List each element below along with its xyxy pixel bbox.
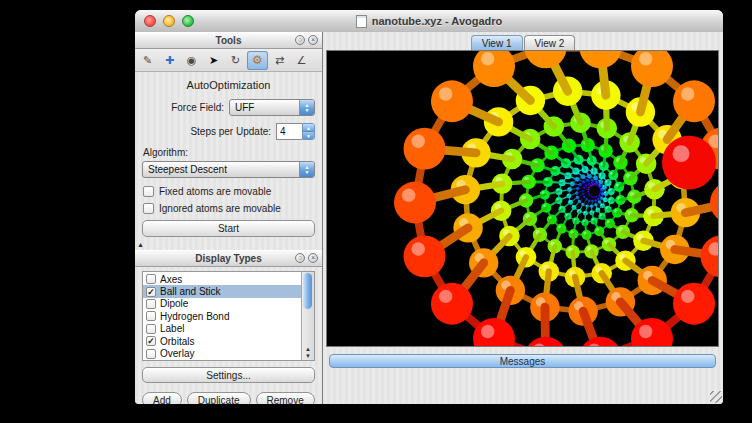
display-type-row-axes[interactable]: Axes <box>143 273 302 285</box>
auto-optimization-title: AutoOptimization <box>142 79 315 91</box>
settings-button[interactable]: Settings... <box>142 367 315 383</box>
row-label: Label <box>160 323 184 334</box>
ignored-atoms-movable-label: Ignored atoms are movable <box>159 203 281 214</box>
auto-optimize-tool-button[interactable]: ⚙ <box>247 51 268 70</box>
display-types-panel: ▲ Display Types ○ × Axes ✓Ball and Stick… <box>135 250 322 404</box>
messages-button[interactable]: Messages <box>329 354 716 368</box>
auto-rotate-tool-button[interactable]: ⇄ <box>269 51 290 70</box>
display-types-header[interactable]: Display Types ○ × <box>135 250 322 267</box>
combo-arrows-icon: ▲▼ <box>299 100 314 115</box>
steps-per-update-input[interactable] <box>276 123 302 140</box>
steps-per-update-label: Steps per Update: <box>190 126 271 137</box>
selection-tool-button[interactable]: ➤ <box>203 51 224 70</box>
tool-toolbar: ✎ ✚ ◉ ➤ ↻ ⚙ ⇄ ∠ <box>135 49 322 72</box>
window-titlebar[interactable]: nanotube.xyz - Avogadro <box>135 10 723 33</box>
display-type-row-overlay[interactable]: Overlay <box>143 347 302 359</box>
fixed-atoms-movable-label: Fixed atoms are movable <box>159 186 271 197</box>
display-types-buttons: ○ × <box>295 253 318 263</box>
duplicate-button[interactable]: Duplicate <box>187 392 251 404</box>
row-label: Ball and Stick <box>160 286 221 297</box>
display-types-title: Display Types <box>195 253 262 264</box>
orbitals-checkbox[interactable]: ✓ <box>146 336 156 346</box>
draw-tool-button[interactable]: ✎ <box>137 51 158 70</box>
scrollbar-arrows-icon[interactable]: ▲▼ <box>302 346 314 360</box>
ignored-atoms-movable-checkbox[interactable] <box>143 203 154 214</box>
tab-view-2[interactable]: View 2 <box>524 35 576 50</box>
combo-arrows-icon: ▲▼ <box>299 162 314 177</box>
display-type-row-hydrogen-bond[interactable]: Hydrogen Bond <box>143 310 302 322</box>
minimize-window-button[interactable] <box>163 15 175 27</box>
steps-per-update-spinner: ▲ ▼ <box>276 123 315 140</box>
draw-tool-icon: ✎ <box>143 54 152 67</box>
view-tabbar: View 1 View 2 <box>323 34 723 50</box>
desktop: { "window": { "title": "nanotube.xyz - A… <box>0 0 752 423</box>
tools-panel-buttons: ○ × <box>295 35 318 45</box>
axes-checkbox[interactable] <box>146 274 156 284</box>
navigate-tool-button[interactable]: ✚ <box>159 51 180 70</box>
auto-optimization-settings: AutoOptimization Force Field: UFF ▲▼ Ste… <box>135 72 322 241</box>
add-button[interactable]: Add <box>142 392 182 404</box>
tools-close-button[interactable]: × <box>308 35 318 45</box>
display-close-button[interactable]: × <box>308 253 318 263</box>
steps-stepper: ▲ ▼ <box>302 123 315 140</box>
tools-panel: Tools ○ × ✎ ✚ ◉ ➤ ↻ ⚙ ⇄ ∠ A <box>135 32 322 241</box>
manipulate-tool-button[interactable]: ↻ <box>225 51 246 70</box>
display-types-rows: Axes ✓Ball and Stick Dipole Hydrogen Bon… <box>143 273 302 360</box>
start-button[interactable]: Start <box>142 220 315 237</box>
display-actions-row: Add Duplicate Remove <box>142 392 315 404</box>
bond-centric-tool-button[interactable]: ◉ <box>181 51 202 70</box>
tools-float-button[interactable]: ○ <box>295 35 305 45</box>
close-window-button[interactable] <box>144 15 156 27</box>
fixed-atoms-movable-checkbox[interactable] <box>143 186 154 197</box>
display-type-row-label[interactable]: Label <box>143 323 302 335</box>
nanotube-render <box>327 51 718 346</box>
algorithm-select[interactable]: Steepest Descent ▲▼ <box>142 161 315 178</box>
scrollbar-thumb[interactable] <box>303 273 312 309</box>
collapse-arrow-icon[interactable]: ▲ <box>137 241 144 248</box>
dock-column: Tools ○ × ✎ ✚ ◉ ➤ ↻ ⚙ ⇄ ∠ A <box>135 32 323 404</box>
stepper-down-icon[interactable]: ▼ <box>303 131 314 139</box>
auto-rotate-tool-icon: ⇄ <box>275 54 284 67</box>
window-content: Tools ○ × ✎ ✚ ◉ ➤ ↻ ⚙ ⇄ ∠ A <box>135 32 723 404</box>
auto-optimize-tool-icon: ⚙ <box>252 53 263 67</box>
stepper-up-icon[interactable]: ▲ <box>303 124 314 131</box>
algorithm-value: Steepest Descent <box>143 164 299 175</box>
navigate-tool-icon: ✚ <box>165 54 174 67</box>
ignored-atoms-movable-row: Ignored atoms are movable <box>143 203 315 214</box>
document-icon <box>356 15 367 28</box>
force-field-row: Force Field: UFF ▲▼ <box>142 99 315 116</box>
algorithm-label: Algorithm: <box>143 147 315 158</box>
zoom-window-button[interactable] <box>182 15 194 27</box>
hydrogen-bond-checkbox[interactable] <box>146 311 156 321</box>
remove-button[interactable]: Remove <box>256 392 315 404</box>
tools-panel-header[interactable]: Tools ○ × <box>135 32 322 49</box>
force-field-select[interactable]: UFF ▲▼ <box>229 99 315 116</box>
manipulate-tool-icon: ↻ <box>231 54 240 67</box>
bond-centric-tool-icon: ◉ <box>187 54 197 67</box>
dipole-checkbox[interactable] <box>146 299 156 309</box>
measure-tool-icon: ∠ <box>297 54 307 67</box>
row-label: Orbitals <box>160 336 194 347</box>
resize-grip-icon[interactable] <box>710 391 722 403</box>
tab-view-1[interactable]: View 1 <box>471 35 523 50</box>
force-field-label: Force Field: <box>171 102 224 113</box>
traffic-lights <box>144 15 194 27</box>
display-types-list: Axes ✓Ball and Stick Dipole Hydrogen Bon… <box>142 271 315 361</box>
row-label: Hydrogen Bond <box>160 311 230 322</box>
force-field-value: UFF <box>230 102 299 113</box>
row-label: Axes <box>160 274 182 285</box>
viewport-3d[interactable] <box>326 50 719 347</box>
selection-tool-icon: ➤ <box>209 54 218 67</box>
ball-and-stick-checkbox[interactable]: ✓ <box>146 287 156 297</box>
display-type-row-dipole[interactable]: Dipole <box>143 298 302 310</box>
list-scrollbar[interactable]: ▲▼ <box>301 272 314 360</box>
row-label: Overlay <box>160 348 194 359</box>
overlay-checkbox[interactable] <box>146 349 156 359</box>
label-checkbox[interactable] <box>146 324 156 334</box>
display-float-button[interactable]: ○ <box>295 253 305 263</box>
display-type-row-ball-and-stick[interactable]: ✓Ball and Stick <box>143 285 302 297</box>
avogadro-window: nanotube.xyz - Avogadro Tools ○ × ✎ ✚ ◉ <box>135 10 723 404</box>
display-type-row-orbitals[interactable]: ✓Orbitals <box>143 335 302 347</box>
measure-tool-button[interactable]: ∠ <box>291 51 312 70</box>
fixed-atoms-movable-row: Fixed atoms are movable <box>143 186 315 197</box>
